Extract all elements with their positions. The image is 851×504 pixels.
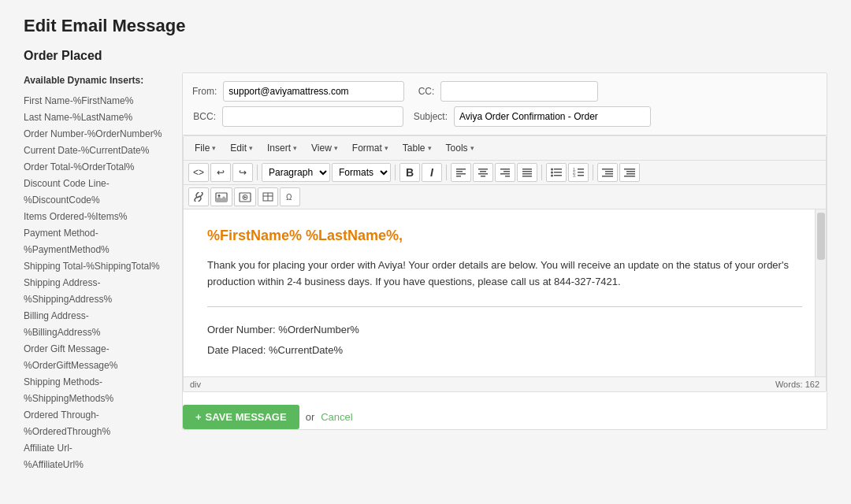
bcc-input[interactable] bbox=[222, 106, 403, 127]
email-fields: From: CC: BCC: Subject: bbox=[183, 73, 827, 135]
save-label: SAVE MESSAGE bbox=[206, 411, 287, 423]
ul-icon bbox=[551, 168, 562, 177]
svg-rect-19 bbox=[554, 172, 562, 173]
italic-button[interactable]: I bbox=[422, 163, 442, 182]
svg-rect-8 bbox=[500, 169, 510, 170]
svg-rect-12 bbox=[522, 169, 532, 170]
separator bbox=[593, 165, 593, 180]
svg-rect-11 bbox=[505, 176, 510, 177]
file-menu-label: File bbox=[195, 143, 210, 154]
view-menu-label: View bbox=[311, 143, 332, 154]
svg-rect-35 bbox=[624, 176, 635, 177]
ol-button[interactable]: 1.2.3. bbox=[568, 163, 589, 182]
list-item: Payment Method-%PaymentMethod% bbox=[24, 225, 169, 258]
align-left-button[interactable] bbox=[451, 163, 471, 182]
word-count: Words: 162 bbox=[775, 380, 819, 389]
svg-text:3.: 3. bbox=[573, 173, 576, 177]
list-item: Last Name-%LastName% bbox=[24, 109, 169, 126]
file-chevron-icon: ▾ bbox=[212, 144, 216, 152]
list-item: Shipping Methods-%ShippingMethods% bbox=[24, 374, 169, 407]
svg-rect-14 bbox=[522, 173, 532, 175]
image-button[interactable] bbox=[210, 187, 232, 206]
scrollbar[interactable] bbox=[815, 209, 826, 376]
media-button[interactable] bbox=[234, 187, 256, 206]
undo-button[interactable]: ↩ bbox=[210, 163, 231, 182]
table-menu-label: Table bbox=[403, 143, 426, 154]
svg-rect-0 bbox=[456, 169, 466, 170]
insert-menu[interactable]: Insert ▾ bbox=[261, 139, 303, 157]
svg-rect-29 bbox=[605, 171, 613, 172]
redo-button[interactable]: ↪ bbox=[232, 163, 253, 182]
edit-menu[interactable]: Edit ▾ bbox=[224, 139, 259, 157]
formats-select[interactable]: Formats bbox=[332, 163, 391, 182]
link-icon bbox=[193, 192, 204, 202]
separator bbox=[257, 165, 258, 180]
svg-rect-3 bbox=[456, 176, 461, 177]
sidebar: Available Dynamic Inserts: First Name-%F… bbox=[24, 72, 169, 473]
media-icon bbox=[239, 192, 251, 202]
list-item: Order Total-%OrderTotal% bbox=[24, 159, 169, 176]
file-menu[interactable]: File ▾ bbox=[188, 139, 222, 157]
special-char-button[interactable]: Ω bbox=[280, 187, 300, 206]
table-button[interactable] bbox=[258, 187, 278, 206]
paragraph-select[interactable]: Paragraph Heading 1 Heading 2 Heading 3 bbox=[262, 163, 330, 182]
date-placed-label: Date Placed: bbox=[207, 344, 266, 356]
list-item: Items Ordered-%Items% bbox=[24, 209, 169, 225]
svg-rect-27 bbox=[578, 175, 584, 176]
cancel-link[interactable]: Cancel bbox=[321, 411, 352, 423]
order-number-val: %OrderNumber% bbox=[278, 324, 359, 335]
save-message-button[interactable]: + SAVE MESSAGE bbox=[183, 405, 299, 429]
tools-menu[interactable]: Tools ▾ bbox=[440, 139, 481, 157]
view-menu[interactable]: View ▾ bbox=[305, 139, 344, 157]
indent-button[interactable] bbox=[619, 163, 640, 182]
tools-menu-label: Tools bbox=[446, 143, 468, 154]
source-button[interactable]: <> bbox=[188, 163, 209, 182]
svg-rect-34 bbox=[626, 173, 635, 175]
outdent-icon bbox=[602, 168, 613, 177]
actions-row: + SAVE MESSAGE or Cancel bbox=[183, 405, 827, 429]
separator bbox=[395, 165, 396, 180]
list-item: Discount Code Line-%DiscountCode% bbox=[24, 176, 169, 209]
link-button[interactable] bbox=[188, 187, 209, 206]
date-placed-line: Date Placed: %CurrentDate% bbox=[207, 340, 802, 361]
insert-menu-label: Insert bbox=[267, 143, 291, 154]
cc-label: CC: bbox=[411, 86, 434, 97]
svg-rect-13 bbox=[522, 171, 532, 172]
from-input[interactable] bbox=[223, 81, 404, 102]
svg-rect-25 bbox=[578, 172, 584, 173]
table-menu[interactable]: Table ▾ bbox=[396, 139, 438, 157]
bold-button[interactable]: B bbox=[399, 163, 420, 182]
align-justify-button[interactable] bbox=[517, 163, 537, 182]
svg-rect-7 bbox=[481, 176, 485, 177]
format-toolbar: <> ↩ ↪ Paragraph Heading 1 Heading 2 Hea… bbox=[184, 161, 826, 185]
align-center-icon bbox=[478, 168, 488, 177]
list-item: Affiliate Url-%AffiliateUrl% bbox=[24, 440, 169, 473]
edit-menu-label: Edit bbox=[230, 143, 247, 154]
svg-rect-15 bbox=[522, 176, 532, 177]
list-item: Shipping Address-%ShippingAddress% bbox=[24, 275, 169, 308]
ul-button[interactable] bbox=[546, 163, 567, 182]
editor-wrapper: File ▾ Edit ▾ Insert ▾ View ▾ Format ▾ bbox=[183, 135, 827, 392]
outdent-button[interactable] bbox=[597, 163, 618, 182]
svg-point-20 bbox=[551, 175, 553, 177]
editor-statusbar: div Words: 162 bbox=[184, 376, 826, 391]
ol-icon: 1.2.3. bbox=[573, 168, 584, 177]
format-menu[interactable]: Format ▾ bbox=[346, 139, 395, 157]
view-chevron-icon: ▾ bbox=[334, 144, 338, 152]
separator bbox=[446, 165, 447, 180]
svg-point-18 bbox=[551, 172, 553, 174]
svg-rect-5 bbox=[480, 171, 486, 172]
align-center-button[interactable] bbox=[473, 163, 493, 182]
align-right-button[interactable] bbox=[495, 163, 515, 182]
insert-toolbar: Ω bbox=[184, 185, 826, 209]
special-char-icon: Ω bbox=[284, 191, 295, 202]
subject-input[interactable] bbox=[454, 106, 651, 127]
svg-rect-30 bbox=[605, 173, 613, 175]
page-subtitle: Order Placed bbox=[24, 49, 827, 63]
email-details: Order Number: %OrderNumber% Date Placed:… bbox=[207, 320, 802, 361]
svg-rect-1 bbox=[456, 171, 463, 172]
main-panel: From: CC: BCC: Subject: File ▾ E bbox=[182, 72, 827, 430]
editor-content[interactable]: %FirstName% %LastName%, Thank you for pl… bbox=[184, 209, 826, 376]
bcc-label: BCC: bbox=[192, 111, 216, 122]
cc-input[interactable] bbox=[440, 81, 598, 102]
